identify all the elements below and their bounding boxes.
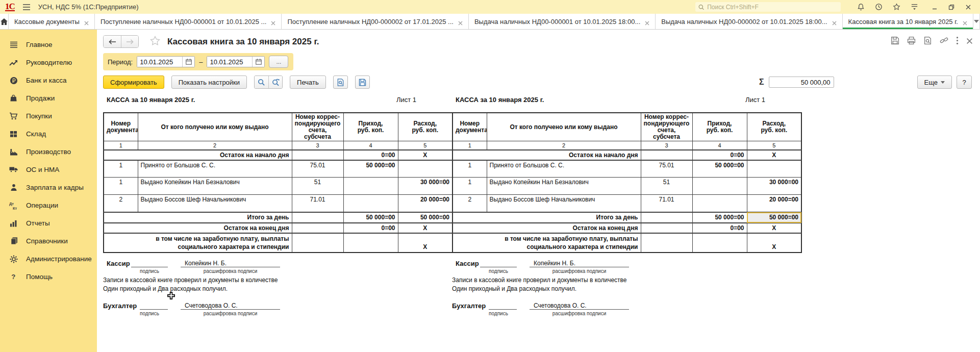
cashbook-cell[interactable] bbox=[343, 178, 398, 195]
column-number[interactable]: 4 bbox=[343, 141, 398, 150]
favorites-icon[interactable] bbox=[892, 3, 901, 12]
header-cell[interactable]: Расход, руб. коп. bbox=[398, 113, 453, 141]
cashbook-cell[interactable]: 50 000=00 bbox=[747, 212, 801, 223]
cashbook-cell[interactable] bbox=[343, 233, 398, 253]
cashbook-cell[interactable] bbox=[292, 150, 343, 160]
sheet-caption[interactable]: КАССА за 10 января 2025 г. bbox=[107, 96, 195, 104]
tab-1[interactable]: Кассовые документы bbox=[9, 14, 95, 29]
cashbook-cell[interactable]: 0=00 bbox=[692, 150, 747, 160]
cashbook-cell[interactable]: Выдано Боссов Шеф Начальникович bbox=[487, 195, 641, 212]
column-number[interactable]: 4 bbox=[692, 141, 747, 150]
cashbook-cell[interactable]: 51 bbox=[641, 178, 692, 195]
cashbook-cell[interactable]: 1 bbox=[104, 160, 138, 178]
column-number[interactable]: 2 bbox=[487, 141, 641, 150]
period-to-input[interactable] bbox=[207, 57, 252, 67]
cashbook-cell[interactable] bbox=[692, 178, 747, 195]
period-more-button[interactable]: ... bbox=[269, 56, 288, 68]
cashbook-cell[interactable]: 1 bbox=[104, 178, 138, 195]
cashbook-cell[interactable]: в том числе на заработную плату, выплаты… bbox=[453, 233, 641, 253]
header-cell[interactable]: От кого получено или кому выдано bbox=[487, 113, 641, 141]
cashbook-cell[interactable]: Остаток на конец дня bbox=[104, 223, 292, 233]
cashbook-cell[interactable] bbox=[292, 212, 343, 223]
service-menu-icon[interactable] bbox=[910, 3, 919, 12]
header-cell[interactable]: Номер документа bbox=[104, 113, 138, 141]
cashbook-cell[interactable]: 50 000=00 bbox=[343, 160, 398, 178]
cashbook-cell[interactable]: Итого за день bbox=[104, 212, 292, 223]
home-tab[interactable] bbox=[0, 14, 9, 29]
sidebar-item-3[interactable]: Банк и касса bbox=[0, 71, 97, 89]
cashbook-cell[interactable] bbox=[398, 160, 453, 178]
cashbook-cell[interactable]: 30 000=00 bbox=[398, 178, 453, 195]
cashbook-cell[interactable]: 2 bbox=[104, 195, 138, 212]
cashbook-cell[interactable]: Выдано Копейкин Нал Безналович bbox=[487, 178, 641, 195]
header-cell[interactable]: От кого получено или кому выдано bbox=[138, 113, 292, 141]
more-button[interactable]: Еще bbox=[917, 76, 952, 89]
cashbook-cell[interactable]: 20 000=00 bbox=[747, 195, 801, 212]
cashbook-cell[interactable]: 0=00 bbox=[692, 223, 747, 233]
cashbook-cell[interactable] bbox=[292, 233, 343, 253]
tab-2[interactable]: Поступление наличных НД00-000001 от 10.0… bbox=[95, 14, 282, 29]
cashbook-cell[interactable] bbox=[692, 233, 747, 253]
header-cell[interactable]: Номер коррес- пондирующего счета, субсче… bbox=[292, 113, 343, 141]
period-from-input[interactable] bbox=[137, 57, 182, 67]
tab-overflow-button[interactable] bbox=[973, 14, 980, 29]
calendar-icon[interactable] bbox=[252, 57, 264, 67]
cashbook-cell[interactable]: 75.01 bbox=[641, 160, 692, 178]
main-menu-icon[interactable] bbox=[22, 3, 31, 12]
cashbook-cell[interactable]: 51 bbox=[292, 178, 343, 195]
column-number[interactable]: 1 bbox=[104, 141, 138, 150]
cashbook-cell[interactable]: 71.01 bbox=[292, 195, 343, 212]
cashbook-cell[interactable]: 50 000=00 bbox=[692, 160, 747, 178]
cashbook-cell[interactable] bbox=[343, 195, 398, 212]
help-button[interactable]: ? bbox=[957, 76, 972, 89]
header-cell[interactable]: Номер документа bbox=[453, 113, 487, 141]
sidebar-item-10[interactable]: ДтКтОперации bbox=[0, 196, 97, 214]
cashbook-cell[interactable] bbox=[641, 150, 692, 160]
header-cell[interactable]: Приход, руб. коп. bbox=[692, 113, 747, 141]
tab-4[interactable]: Выдача наличных НД00-000001 от 10.01.202… bbox=[469, 14, 656, 29]
cashbook-cell[interactable]: в том числе на заработную плату, выплаты… bbox=[104, 233, 292, 253]
cashbook-cell[interactable]: Итого за день bbox=[453, 212, 641, 223]
notifications-icon[interactable] bbox=[856, 3, 865, 12]
cashbook-cell[interactable]: X bbox=[747, 233, 801, 253]
sidebar-item-7[interactable]: Производство bbox=[0, 143, 97, 161]
cashbook-cell[interactable]: 71.01 bbox=[641, 195, 692, 212]
calendar-icon[interactable] bbox=[182, 57, 194, 67]
cashbook-cell[interactable]: Выдано Копейкин Нал Безналович bbox=[138, 178, 292, 195]
sidebar-item-11[interactable]: Отчеты bbox=[0, 214, 97, 232]
cashbook-cell[interactable]: X bbox=[398, 150, 453, 160]
cashbook-cell[interactable]: 30 000=00 bbox=[747, 178, 801, 195]
restore-icon[interactable] bbox=[947, 3, 956, 12]
cashbook-cell[interactable] bbox=[692, 195, 747, 212]
print-preview-button[interactable] bbox=[333, 76, 348, 89]
tab-close-icon[interactable] bbox=[645, 19, 649, 24]
save-report-button[interactable] bbox=[355, 76, 370, 89]
sidebar-item-12[interactable]: Справочники bbox=[0, 232, 97, 250]
sidebar-item-8[interactable]: ОС и НМА bbox=[0, 161, 97, 179]
generate-button[interactable]: Сформировать bbox=[103, 76, 164, 89]
sidebar-item-5[interactable]: Покупки bbox=[0, 107, 97, 125]
find-button[interactable] bbox=[255, 76, 268, 88]
close-window-icon[interactable] bbox=[964, 3, 973, 12]
column-number[interactable]: 2 bbox=[138, 141, 292, 150]
header-cell[interactable]: Расход, руб. коп. bbox=[747, 113, 801, 141]
cashbook-cell[interactable]: X bbox=[747, 223, 801, 233]
tab-3[interactable]: Поступление наличных НД00-000002 от 17.0… bbox=[282, 14, 468, 29]
save-icon[interactable] bbox=[891, 36, 899, 47]
cashbook-cell[interactable]: 50 000=00 bbox=[692, 212, 747, 223]
cashbook-cell[interactable]: 0=00 bbox=[343, 223, 398, 233]
preview-icon[interactable] bbox=[923, 36, 932, 47]
cashbook-cell[interactable] bbox=[747, 160, 801, 178]
cashbook-cell[interactable]: 50 000=00 bbox=[343, 212, 398, 223]
find-next-button[interactable] bbox=[268, 76, 282, 88]
sheet-number[interactable]: Лист 1 bbox=[745, 96, 765, 104]
sidebar-item-4[interactable]: Продажи bbox=[0, 89, 97, 107]
cashbook-cell[interactable]: 2 bbox=[453, 195, 487, 212]
sidebar-item-6[interactable]: Склад bbox=[0, 125, 97, 143]
tab-5[interactable]: Выдача наличных НД00-000002 от 10.01.202… bbox=[656, 14, 842, 29]
tab-close-icon[interactable] bbox=[963, 19, 967, 24]
cashbook-cell[interactable]: 1 bbox=[453, 160, 487, 178]
tab-6[interactable]: Кассовая книга за 10 января 2025 г. bbox=[843, 14, 973, 29]
favorite-star-icon[interactable] bbox=[150, 36, 160, 47]
cashbook-cell[interactable]: 0=00 bbox=[343, 150, 398, 160]
